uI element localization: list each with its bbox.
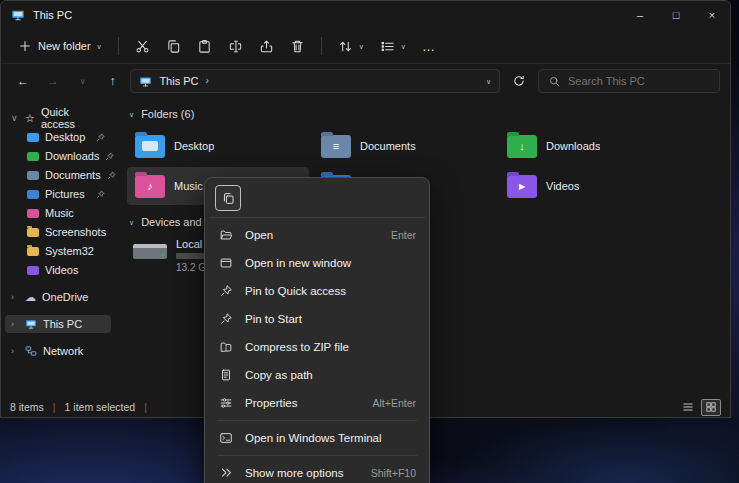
close-button[interactable]: × bbox=[694, 1, 730, 29]
sidebar-item-desktop[interactable]: Desktop bbox=[5, 128, 111, 146]
recent-locations-button[interactable]: ∨ bbox=[71, 69, 95, 93]
chevron-down-icon[interactable]: ∨ bbox=[129, 219, 134, 226]
menu-item-show-more-options[interactable]: Show more options Shift+F10 bbox=[209, 459, 425, 483]
details-view-button[interactable] bbox=[678, 399, 698, 416]
sidebar-item-label: OneDrive bbox=[42, 291, 88, 303]
documents-folder-icon: ≡ bbox=[321, 135, 351, 158]
large-icons-view-button[interactable] bbox=[701, 399, 721, 416]
trash-icon bbox=[290, 39, 305, 54]
sidebar-item-label: Quick access bbox=[41, 106, 105, 130]
forward-button[interactable]: → bbox=[41, 69, 65, 93]
minimize-button[interactable]: – bbox=[622, 1, 658, 29]
address-dropdown-icon[interactable]: ∨ bbox=[486, 78, 491, 85]
videos-folder-icon: ▶ bbox=[507, 175, 537, 198]
refresh-button[interactable] bbox=[506, 69, 532, 93]
cut-icon bbox=[135, 39, 150, 54]
music-icon bbox=[27, 209, 39, 218]
tile-label: Videos bbox=[546, 180, 579, 192]
sidebar-item-music[interactable]: Music bbox=[5, 204, 111, 222]
menu-item-properties[interactable]: Properties Alt+Enter bbox=[209, 389, 425, 417]
menu-item-label: Copy as path bbox=[245, 369, 313, 381]
sidebar-item-label: Downloads bbox=[45, 150, 99, 162]
sidebar-item-quick-access[interactable]: ∨ ☆ Quick access bbox=[5, 109, 111, 127]
menu-item-label: Pin to Start bbox=[245, 313, 302, 325]
sort-button[interactable]: ∨ bbox=[331, 34, 371, 59]
pin-icon bbox=[96, 133, 105, 142]
cut-button[interactable] bbox=[128, 34, 157, 59]
sidebar-item-this-pc[interactable]: › This PC bbox=[5, 315, 111, 333]
maximize-button[interactable]: □ bbox=[658, 1, 694, 29]
pin-icon bbox=[105, 152, 114, 161]
paste-button[interactable] bbox=[190, 34, 219, 59]
sidebar-item-screenshots[interactable]: Screenshots bbox=[5, 223, 111, 241]
search-bar[interactable] bbox=[538, 69, 720, 93]
downloads-icon bbox=[27, 152, 39, 161]
chevron-right-icon[interactable]: › bbox=[11, 346, 19, 356]
menu-item-pin-start[interactable]: Pin to Start bbox=[209, 305, 425, 333]
menu-separator bbox=[217, 455, 417, 456]
menu-item-open[interactable]: Open Enter bbox=[209, 221, 425, 249]
window-title: This PC bbox=[33, 9, 72, 21]
folder-tile-documents[interactable]: ≡ Documents bbox=[313, 127, 495, 165]
new-window-icon bbox=[218, 256, 234, 270]
chevron-right-icon[interactable]: › bbox=[11, 292, 19, 302]
rename-button[interactable] bbox=[221, 34, 250, 59]
breadcrumb-location[interactable]: This PC bbox=[159, 75, 198, 87]
music-folder-icon: ♪ bbox=[135, 175, 165, 198]
network-icon bbox=[25, 345, 37, 357]
back-button[interactable]: ← bbox=[11, 69, 35, 93]
breadcrumb-chevron-icon[interactable]: › bbox=[206, 76, 209, 86]
menu-item-pin-quick-access[interactable]: Pin to Quick access bbox=[209, 277, 425, 305]
play-glyph: ▶ bbox=[507, 175, 537, 198]
sidebar-item-pictures[interactable]: Pictures bbox=[5, 185, 111, 203]
menu-item-copy-as-path[interactable]: Copy as path bbox=[209, 361, 425, 389]
menu-item-open-windows-terminal[interactable]: Open in Windows Terminal bbox=[209, 424, 425, 452]
search-input[interactable] bbox=[568, 75, 710, 87]
menu-shortcut: Alt+Enter bbox=[373, 397, 416, 409]
open-icon bbox=[218, 228, 234, 242]
hard-drive-icon bbox=[133, 244, 167, 259]
address-bar[interactable]: This PC › ∨ bbox=[130, 69, 500, 93]
menu-item-label: Open bbox=[245, 229, 273, 241]
sidebar-item-onedrive[interactable]: › ☁ OneDrive bbox=[5, 288, 111, 306]
plus-icon bbox=[18, 39, 32, 53]
up-button[interactable]: ↑ bbox=[101, 69, 125, 93]
menu-item-label: Open in Windows Terminal bbox=[245, 432, 382, 444]
sidebar-item-downloads[interactable]: Downloads bbox=[5, 147, 111, 165]
show-more-icon bbox=[218, 466, 234, 480]
sort-icon bbox=[338, 39, 353, 54]
folder-tile-desktop[interactable]: Desktop bbox=[127, 127, 309, 165]
navigation-bar: ← → ∨ ↑ This PC › ∨ bbox=[1, 64, 730, 98]
share-button[interactable] bbox=[252, 34, 281, 59]
menu-item-open-new-window[interactable]: Open in new window bbox=[209, 249, 425, 277]
more-options-button[interactable]: … bbox=[415, 34, 443, 59]
context-menu-quick-actions bbox=[209, 182, 425, 218]
sidebar-item-documents[interactable]: Documents bbox=[5, 166, 111, 184]
sidebar-item-label: Music bbox=[45, 207, 74, 219]
folder-tile-videos[interactable]: ▶ Videos bbox=[499, 167, 681, 205]
paste-icon bbox=[197, 39, 212, 54]
sidebar-item-label: Network bbox=[43, 345, 83, 357]
item-count: 8 items bbox=[10, 401, 44, 413]
sidebar-item-network[interactable]: › Network bbox=[5, 342, 111, 360]
toolbar-separator bbox=[118, 37, 119, 55]
zip-icon bbox=[218, 340, 234, 354]
chevron-down-icon[interactable]: ∨ bbox=[11, 113, 19, 123]
toolbar-separator bbox=[321, 37, 322, 55]
search-icon bbox=[548, 75, 561, 88]
folders-header-label: Folders (6) bbox=[141, 108, 194, 120]
chevron-right-icon[interactable]: › bbox=[11, 319, 19, 329]
copy-quick-button[interactable] bbox=[215, 185, 241, 211]
copy-button[interactable] bbox=[159, 34, 188, 59]
sidebar-item-system32[interactable]: System32 bbox=[5, 242, 111, 260]
folder-tile-downloads[interactable]: ↓ Downloads bbox=[499, 127, 681, 165]
delete-button[interactable] bbox=[283, 34, 312, 59]
chevron-down-icon[interactable]: ∨ bbox=[129, 111, 134, 118]
view-icon bbox=[380, 39, 395, 54]
ellipsis-icon: … bbox=[422, 39, 436, 54]
folders-section-header[interactable]: ∨ Folders (6) bbox=[129, 108, 730, 120]
new-folder-button[interactable]: New folder ∨ bbox=[11, 34, 109, 58]
sidebar-item-videos[interactable]: Videos bbox=[5, 261, 111, 279]
view-button[interactable]: ∨ bbox=[373, 34, 413, 59]
menu-item-compress-zip[interactable]: Compress to ZIP file bbox=[209, 333, 425, 361]
